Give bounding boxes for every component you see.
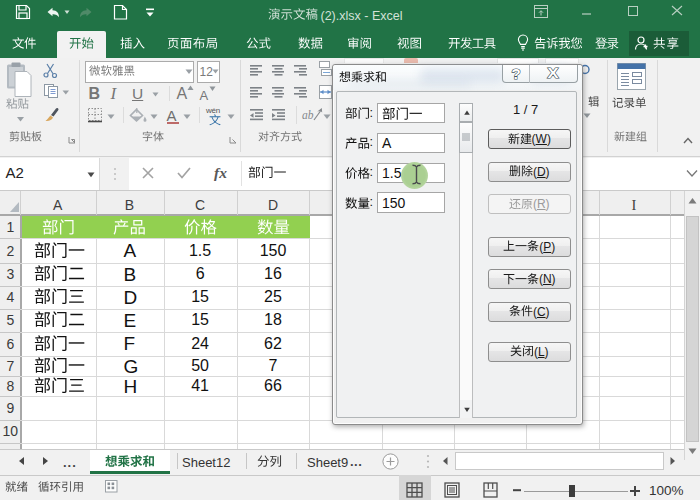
svg-text:X: X xyxy=(547,66,559,82)
svg-text:?: ? xyxy=(511,65,520,82)
